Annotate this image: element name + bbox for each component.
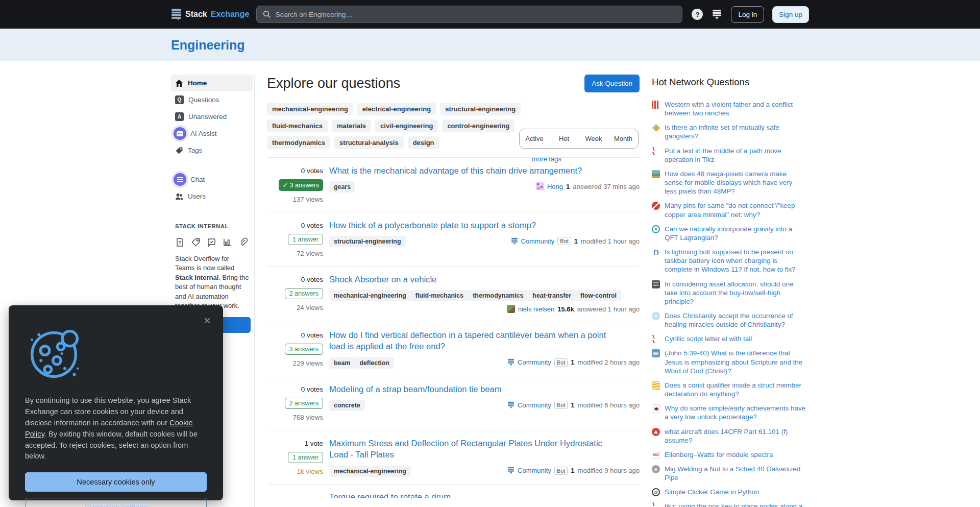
tag-pill[interactable]: fluid-mechanics [267, 119, 328, 132]
tag-pill[interactable]: mechanical-engineering [329, 466, 411, 477]
question-title-link[interactable]: What is the mechanical advantage of this… [329, 165, 609, 177]
hot-question-link[interactable]: Mig Welding a Nut to a Sched 40 Galvaniz… [665, 465, 806, 482]
vote-count: 0 votes [301, 385, 323, 393]
sidebar-item-home[interactable]: Home [171, 75, 253, 91]
hot-question-link[interactable]: Many pins for same "do not connect"/"kee… [665, 201, 806, 219]
tag-pill[interactable]: fluid-mechanics [411, 290, 468, 301]
hot-question-item: Why do some simple/early achievements ha… [652, 404, 806, 421]
sidebar-item-questions[interactable]: Questions [171, 91, 253, 108]
hot-question-link[interactable]: what aircraft does 14CFR Part 61.101 (f)… [665, 427, 806, 445]
action-time: answered 37 mins ago [573, 183, 640, 190]
stack-internal-heading: STACK INTERNAL [171, 223, 253, 229]
question-tags: mechanical-engineering [329, 466, 411, 475]
tag-pill[interactable]: civil-engineering [375, 119, 438, 132]
tag-pill[interactable]: mechanical-engineering [267, 103, 353, 115]
sidebar-item-chat[interactable]: Chat [171, 171, 253, 188]
tag-pill[interactable]: materials [332, 119, 371, 132]
hot-question-item: Simple Clicker Game in Python [652, 488, 806, 496]
question-title-link[interactable]: Maximum Stress and Deflection of Rectang… [329, 438, 609, 461]
action-time: modified 2 hours ago [578, 358, 640, 366]
log-in-button[interactable]: Log in [731, 6, 764, 23]
money-icon [652, 280, 660, 288]
tag-pill[interactable]: concrete [329, 400, 365, 411]
close-icon[interactable]: × [204, 315, 211, 327]
question-title-link[interactable]: Torque required to rotate a drum [329, 492, 609, 498]
tag-pill[interactable]: structural-analysis [334, 136, 404, 149]
ai-assist-icon [174, 127, 186, 140]
community-link[interactable]: Community [518, 358, 551, 366]
sidebar-item-unanswered[interactable]: Unanswered [171, 108, 253, 125]
hot-question-link[interactable]: Is there an infinite set of mutually saf… [665, 123, 806, 140]
reputation: 1 [571, 401, 574, 409]
stack-exchange-logo-icon [171, 8, 182, 20]
tag-pill[interactable]: structural-engineering [440, 103, 521, 115]
tag-pill[interactable]: beam [329, 357, 355, 369]
search-input[interactable] [276, 11, 676, 18]
community-link[interactable]: Community [521, 237, 555, 245]
cookie-icon [26, 325, 83, 382]
hot-question-link[interactable]: tikz: using the pos key to place nodes a… [665, 502, 806, 507]
sidebar-item-ai-assist[interactable]: AI Assist [171, 125, 253, 142]
view-count: 768 views [292, 414, 323, 421]
hot-question-link[interactable]: Does a const qualifier inside a struct m… [665, 381, 806, 398]
tag-pill[interactable]: control-engineering [442, 119, 514, 132]
search-box[interactable] [256, 6, 682, 23]
question-meta: Community Bot 1 modified 6 hours ago [507, 401, 640, 409]
filter-tab[interactable]: Month [608, 129, 638, 148]
user-link[interactable]: niels nielsen [518, 305, 555, 313]
tag-pill[interactable]: heat-transfer [528, 290, 576, 301]
tag-pill[interactable]: gears [329, 181, 355, 192]
hot-question-item: what aircraft does 14CFR Part 61.101 (f)… [652, 427, 806, 445]
sign-up-button[interactable]: Sign up [772, 6, 809, 23]
physics-icon [652, 225, 660, 233]
hot-question-link[interactable]: How does 48 mega-pixels camera make sens… [665, 170, 806, 196]
tag-pill[interactable]: structural-engineering [329, 236, 406, 247]
more-tags-link[interactable]: more tags [532, 155, 561, 163]
unanswered-icon [175, 112, 184, 121]
hot-question-link[interactable]: Western with a violent father and a conf… [665, 100, 806, 117]
question-title-link[interactable]: Modeling of a strap beam/foundation tie … [329, 384, 609, 395]
community-link[interactable]: Community [518, 467, 551, 474]
tag-pill[interactable]: deflection [355, 357, 394, 369]
sidebar-item-tags[interactable]: Tags [171, 142, 253, 159]
hot-question-link[interactable]: Put a text in the middle of a path move … [665, 147, 806, 164]
tag-pill[interactable]: design [408, 136, 439, 149]
community-link[interactable]: Community [518, 401, 551, 409]
question-meta: Hong 1 answered 37 mins ago [536, 182, 640, 190]
necessary-cookies-button[interactable]: Necessary cookies only [25, 472, 207, 492]
hot-question-link[interactable]: Does Christianity accept the occurrence … [665, 311, 806, 329]
hot-question-link[interactable]: Why do some simple/early achievements ha… [665, 404, 806, 421]
hot-question-link[interactable]: Eilenberg–Watts for module spectra [665, 450, 773, 459]
hot-question-link[interactable]: Simple Clicker Game in Python [665, 488, 759, 496]
hot-question-link[interactable]: In considering asset allocation, should … [665, 280, 806, 306]
tags-icon [175, 147, 183, 155]
site-title[interactable]: Engineering [171, 38, 244, 52]
site-switcher-icon[interactable] [712, 9, 722, 20]
filter-tab[interactable]: Active [520, 129, 549, 148]
stack-exchange-logo[interactable]: StackExchange [171, 8, 249, 20]
ask-question-button[interactable]: Ask Question [584, 75, 640, 92]
tag-pill[interactable]: mechanical-engineering [329, 290, 411, 301]
hot-question-link[interactable]: Is lightning bolt supposed to be present… [665, 248, 806, 274]
logo-text-exchange: Exchange [211, 10, 250, 19]
question-title-link[interactable]: How do I find vertical deflection in a t… [329, 330, 609, 352]
action-time: modified 1 hour ago [581, 237, 640, 245]
tag-pill[interactable]: electrical-engineering [357, 103, 436, 115]
sidebar-item-users[interactable]: Users [171, 188, 253, 205]
tag-pill[interactable]: flow-control [576, 290, 621, 301]
electronics-icon [652, 202, 660, 210]
answer-badge: 2 answers [285, 398, 323, 409]
help-icon[interactable]: ? [692, 9, 703, 20]
hot-question-link[interactable]: Cyrillic script letter el with tail [665, 334, 752, 343]
filter-tab[interactable]: Week [579, 129, 608, 148]
user-link[interactable]: Hong [547, 183, 563, 190]
customize-settings-button[interactable]: Customize settings [25, 498, 207, 507]
hot-question-link[interactable]: Can we naturally incorporate gravity int… [665, 225, 806, 242]
question-title-link[interactable]: How thick of a polycarbonate plate to su… [329, 220, 609, 231]
hot-question-item: Western with a violent father and a conf… [652, 100, 806, 117]
tag-pill[interactable]: thermodynamics [267, 136, 330, 149]
hot-question-link[interactable]: (John 5:39-40) What is the difference th… [665, 349, 806, 375]
tag-pill[interactable]: thermodynamics [468, 290, 528, 301]
filter-tab[interactable]: Hot [549, 129, 579, 148]
question-title-link[interactable]: Shock Absorber on a vehicle [329, 274, 609, 285]
